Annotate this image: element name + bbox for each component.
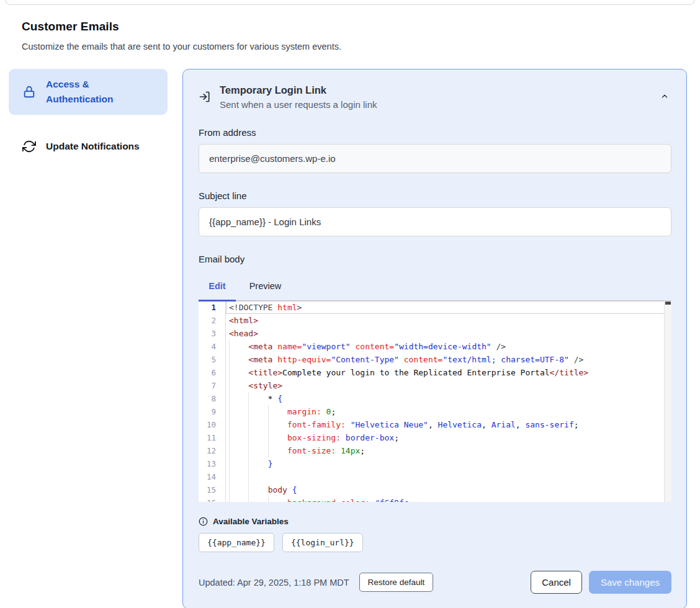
code-line-6[interactable]: 6 <title>Complete your login to the Repl… xyxy=(199,366,671,379)
indent-guide xyxy=(229,483,230,496)
email-body-label: Email body xyxy=(199,254,671,264)
indent-guide xyxy=(248,457,249,470)
lock-icon xyxy=(22,85,36,99)
from-address-label: From address xyxy=(199,127,671,138)
indent-guide xyxy=(229,457,230,470)
code-line-10[interactable]: 10 font-family: "Helvetica Neue", Helvet… xyxy=(199,418,671,431)
line-number: 8 xyxy=(199,392,226,405)
variable-chip-app-name[interactable]: {{app_name}} xyxy=(199,533,274,552)
indent-guide xyxy=(229,496,230,502)
indent-guide xyxy=(229,366,230,379)
indent-guide xyxy=(248,470,249,483)
sidebar-item-label: Update Notifications xyxy=(46,139,140,154)
email-body-tabs: Edit Preview xyxy=(199,275,671,300)
indent-guide xyxy=(248,392,249,405)
email-types-sidebar: Access & Authentication Update Notificat… xyxy=(9,69,168,162)
line-number: 9 xyxy=(199,405,226,418)
log-in-icon xyxy=(199,91,211,103)
indent-guide xyxy=(248,431,249,444)
refresh-icon xyxy=(22,140,36,153)
restore-default-button[interactable]: Restore default xyxy=(359,573,434,592)
sidebar-item-update-notifications[interactable]: Update Notifications xyxy=(9,131,168,162)
indent-guide xyxy=(268,418,269,431)
cancel-button[interactable]: Cancel xyxy=(531,571,582,594)
code-line-12[interactable]: 12 font-size: 14px; xyxy=(199,444,671,457)
indent-guide xyxy=(229,353,230,366)
available-variables-label: Available Variables xyxy=(213,517,289,526)
panel-subtitle: Sent when a user requests a login link xyxy=(220,99,377,110)
code-line-15[interactable]: 15 body { xyxy=(199,483,671,496)
tab-edit[interactable]: Edit xyxy=(199,275,236,300)
line-number: 12 xyxy=(199,444,226,457)
line-number: 1 xyxy=(199,301,226,314)
code-line-8[interactable]: 8 * { xyxy=(199,392,671,405)
line-number: 2 xyxy=(199,314,226,327)
code-line-3[interactable]: 3<head> xyxy=(199,327,671,340)
indent-guide xyxy=(229,444,230,457)
line-number: 7 xyxy=(199,379,226,392)
indent-guide xyxy=(229,418,230,431)
subject-line-input[interactable] xyxy=(199,207,671,236)
available-variables-header: Available Variables xyxy=(199,517,671,526)
code-line-13[interactable]: 13 } xyxy=(199,457,671,470)
page-header: Customer Emails Customize the emails tha… xyxy=(0,0,700,51)
code-line-16[interactable]: 16 background-color: #f6f9fc; xyxy=(199,496,671,502)
line-number: 3 xyxy=(199,327,226,340)
indent-guide xyxy=(229,392,230,405)
temporary-login-link-panel: Temporary Login Link Sent when a user re… xyxy=(182,69,687,608)
line-number: 16 xyxy=(199,496,226,502)
from-address-input[interactable] xyxy=(199,144,671,173)
indent-guide xyxy=(248,483,249,496)
info-icon xyxy=(199,517,208,526)
code-editor-lines: 1<!DOCTYPE html>2<html>3<head>4 <meta na… xyxy=(199,301,671,502)
indent-guide xyxy=(268,496,269,502)
variable-chips: {{app_name}} {{login_url}} xyxy=(199,533,671,552)
indent-guide xyxy=(229,405,230,418)
line-number: 14 xyxy=(199,470,226,483)
editor-scrollbar-track[interactable] xyxy=(664,301,671,502)
indent-guide xyxy=(229,470,230,483)
tab-preview[interactable]: Preview xyxy=(236,275,295,300)
code-line-14[interactable]: 14 xyxy=(199,470,671,483)
chevron-up-icon xyxy=(660,92,669,101)
line-number: 10 xyxy=(199,418,226,431)
panel-header: Temporary Login Link Sent when a user re… xyxy=(199,84,671,110)
indent-guide xyxy=(229,379,230,392)
line-number: 5 xyxy=(199,353,226,366)
panel-title: Temporary Login Link xyxy=(220,84,377,96)
indent-guide xyxy=(248,496,249,502)
indent-guide xyxy=(229,431,230,444)
code-line-1[interactable]: 1<!DOCTYPE html> xyxy=(199,301,671,314)
sidebar-item-access-authentication[interactable]: Access & Authentication xyxy=(9,69,168,115)
indent-guide xyxy=(268,444,269,457)
subject-line-label: Subject line xyxy=(199,190,671,201)
code-line-7[interactable]: 7 <style> xyxy=(199,379,671,392)
updated-timestamp: Updated: Apr 29, 2025, 1:18 PM MDT xyxy=(199,578,349,588)
indent-guide xyxy=(268,431,269,444)
variable-chip-login-url[interactable]: {{login_url}} xyxy=(282,533,363,552)
line-number: 4 xyxy=(199,340,226,353)
line-number: 15 xyxy=(199,483,226,496)
code-line-4[interactable]: 4 <meta name="viewport" content="width=d… xyxy=(199,340,671,353)
code-line-5[interactable]: 5 <meta http-equiv="Content-Type" conten… xyxy=(199,353,671,366)
line-number: 11 xyxy=(199,431,226,444)
indent-guide xyxy=(248,444,249,457)
collapse-panel-button[interactable] xyxy=(658,89,671,103)
code-editor[interactable]: 1<!DOCTYPE html>2<html>3<head>4 <meta na… xyxy=(199,300,671,502)
page-subtitle: Customize the emails that are sent to yo… xyxy=(22,42,678,51)
indent-guide xyxy=(229,340,230,353)
indent-guide xyxy=(248,418,249,431)
indent-guide xyxy=(248,405,249,418)
page-title: Customer Emails xyxy=(22,20,678,34)
panel-footer: Updated: Apr 29, 2025, 1:18 PM MDT Resto… xyxy=(199,571,671,594)
code-line-9[interactable]: 9 margin: 0; xyxy=(199,405,671,418)
editor-scrollbar-thumb[interactable] xyxy=(665,302,671,305)
code-line-2[interactable]: 2<html> xyxy=(199,314,671,327)
line-number: 6 xyxy=(199,366,226,379)
indent-guide xyxy=(268,405,269,418)
sidebar-item-label: Access & Authentication xyxy=(46,77,156,107)
code-line-11[interactable]: 11 box-sizing: border-box; xyxy=(199,431,671,444)
previous-card-bottom-edge xyxy=(5,0,695,5)
save-changes-button[interactable]: Save changes xyxy=(589,571,671,594)
line-number: 13 xyxy=(199,457,226,470)
